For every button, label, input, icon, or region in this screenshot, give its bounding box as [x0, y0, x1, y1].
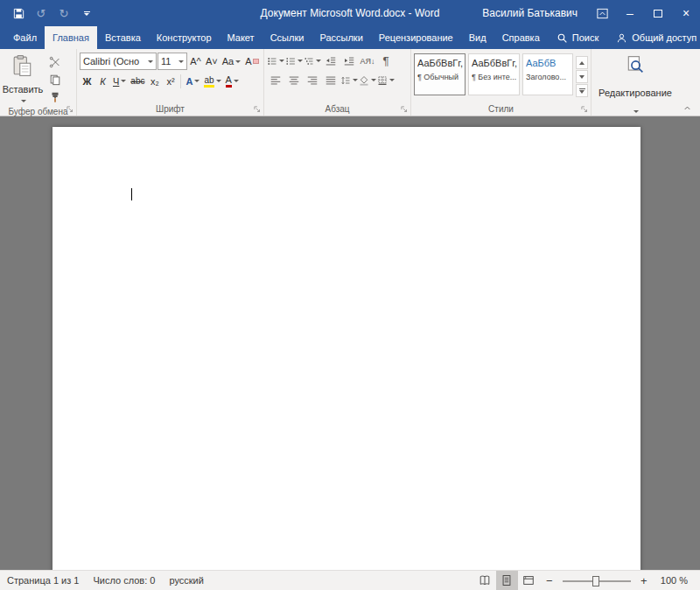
align-center-icon — [288, 74, 300, 87]
shading-icon — [359, 74, 369, 87]
cut-button[interactable] — [46, 54, 64, 70]
format-painter-button[interactable] — [46, 89, 64, 105]
style-item-no-spacing[interactable]: АаБбВвГг, ¶ Без инте... — [468, 53, 520, 95]
close-button[interactable]: × — [672, 0, 700, 26]
multilevel-list-button[interactable] — [304, 53, 321, 69]
collapse-ribbon-button[interactable] — [679, 102, 695, 114]
tab-insert[interactable]: Вставка — [97, 26, 149, 49]
zoom-slider-thumb[interactable] — [592, 576, 599, 586]
customize-quick-access-button[interactable] — [77, 3, 96, 24]
tab-file[interactable]: Файл — [5, 26, 45, 49]
zoom-level[interactable]: 100 % — [654, 571, 696, 590]
chevron-down-icon — [84, 13, 89, 16]
user-name[interactable]: Василий Батькавич — [482, 7, 578, 19]
style-item-normal[interactable]: АаБбВвГг, ¶ Обычный — [414, 53, 466, 95]
bullet-list-icon — [267, 55, 277, 67]
tab-mailings[interactable]: Рассылки — [312, 26, 370, 49]
editing-button[interactable]: Редактирование — [595, 51, 676, 116]
grow-font-button[interactable]: A^ — [188, 53, 203, 70]
paragraph-dialog-launcher[interactable] — [399, 103, 410, 114]
shading-button[interactable] — [359, 72, 376, 88]
subscript-button[interactable]: x₂ — [147, 73, 162, 89]
align-left-button[interactable] — [267, 72, 284, 88]
font-size-select[interactable]: 11 — [158, 53, 187, 70]
align-center-button[interactable] — [285, 72, 303, 88]
tab-design[interactable]: Конструктор — [149, 26, 220, 49]
search-box[interactable]: Поиск — [548, 26, 607, 49]
paragraph-group: АЯ↓ ¶ Абзац — [264, 49, 411, 116]
font-color-button[interactable]: А — [224, 73, 241, 89]
highlight-color-button[interactable]: ab — [202, 73, 222, 89]
align-right-button[interactable] — [304, 72, 321, 88]
save-icon — [12, 7, 25, 20]
outdent-icon — [325, 55, 337, 67]
word-count[interactable]: Число слов: 0 — [86, 571, 162, 590]
tab-view[interactable]: Вид — [461, 26, 494, 49]
editing-label: Редактирование — [598, 88, 672, 98]
zoom-in-button[interactable]: + — [634, 571, 654, 590]
read-mode-button[interactable] — [474, 571, 496, 590]
language-indicator[interactable]: русский — [162, 571, 210, 590]
text-effects-button[interactable]: А — [184, 73, 201, 89]
page-indicator[interactable]: Страница 1 из 1 — [0, 571, 86, 590]
font-dialog-launcher[interactable] — [252, 103, 262, 114]
shrink-font-button[interactable]: A˅ — [204, 53, 220, 70]
tab-help[interactable]: Справка — [494, 26, 548, 49]
italic-button[interactable]: К — [95, 73, 110, 89]
superscript-button[interactable]: x² — [163, 73, 178, 89]
paste-button[interactable]: Вставить — [3, 51, 43, 105]
numbering-button[interactable] — [285, 53, 303, 69]
maximize-icon — [654, 10, 662, 18]
zoom-out-button[interactable]: − — [540, 571, 559, 590]
styles-more-button[interactable] — [576, 84, 588, 97]
zoom-slider[interactable] — [559, 571, 634, 590]
underline-button[interactable]: Ч — [111, 73, 128, 89]
line-spacing-button[interactable] — [340, 72, 358, 88]
print-layout-button[interactable] — [496, 571, 518, 590]
ribbon-display-options-button[interactable] — [588, 0, 616, 26]
undo-button[interactable]: ↺ — [32, 3, 51, 24]
document-page[interactable] — [52, 127, 640, 570]
borders-button[interactable] — [377, 72, 395, 88]
change-case-label: Aa — [222, 56, 234, 67]
minimize-button[interactable]: – — [616, 0, 644, 26]
styles-scroll-down-button[interactable] — [576, 70, 588, 83]
tab-home[interactable]: Главная — [45, 26, 97, 49]
status-bar: Страница 1 из 1 Число слов: 0 русский − … — [0, 570, 700, 590]
styles-scroll-up-button[interactable] — [576, 56, 588, 69]
chevron-down-icon — [371, 79, 376, 81]
share-button[interactable]: Общий доступ — [607, 26, 700, 49]
tab-references[interactable]: Ссылки — [262, 26, 312, 49]
save-button[interactable] — [9, 3, 28, 24]
tab-review[interactable]: Рецензирование — [371, 26, 461, 49]
dialog-launcher-icon — [580, 105, 589, 114]
sort-button[interactable]: АЯ↓ — [359, 53, 376, 69]
styles-dialog-launcher[interactable] — [579, 103, 590, 114]
clipboard-group: Вставить Буфер обмена — [0, 49, 77, 116]
increase-indent-button[interactable] — [340, 53, 358, 69]
chevron-down-icon — [634, 110, 639, 113]
justify-button[interactable] — [322, 72, 340, 88]
style-item-heading[interactable]: АаБбВ Заголово... — [522, 53, 573, 95]
chevron-down-icon — [194, 80, 200, 82]
font-name-value: Calibri (Осно — [83, 56, 146, 67]
font-body: Calibri (Осно 11 A^ A˅ Aa A Ж К Ч abc x₂… — [80, 51, 261, 102]
bold-button[interactable]: Ж — [80, 73, 94, 89]
tab-layout[interactable]: Макет — [220, 26, 262, 49]
text-effects-label: А — [186, 76, 192, 87]
decrease-indent-button[interactable] — [322, 53, 340, 69]
font-name-select[interactable]: Calibri (Осно — [80, 53, 157, 70]
web-layout-button[interactable] — [518, 571, 540, 590]
copy-button[interactable] — [46, 72, 64, 88]
bullets-button[interactable] — [267, 53, 284, 69]
copy-icon — [49, 74, 61, 86]
clear-formatting-button[interactable]: A — [243, 53, 260, 70]
show-hide-marks-button[interactable]: ¶ — [377, 53, 395, 69]
indent-icon — [343, 55, 355, 67]
clipboard-dialog-launcher[interactable] — [65, 103, 75, 114]
line-spacing-icon — [340, 74, 351, 87]
strikethrough-button[interactable]: abc — [129, 73, 146, 89]
change-case-button[interactable]: Aa — [220, 53, 242, 70]
redo-button[interactable]: ↻ — [54, 3, 74, 24]
maximize-button[interactable] — [644, 0, 672, 26]
